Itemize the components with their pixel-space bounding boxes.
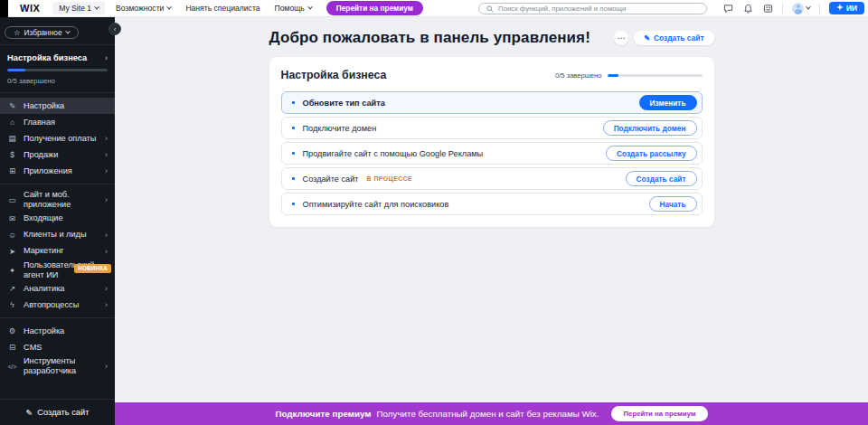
sidebar-item-dev-tools[interactable]: </> Инструменты разработчика ›: [0, 355, 115, 377]
ai-assistant-button[interactable]: ИИ: [829, 2, 864, 14]
star-icon: ☆: [14, 28, 20, 37]
home-icon: ⌂: [7, 118, 17, 127]
premium-banner-text: Получите бесплатный домен и сайт без рек…: [377, 409, 599, 419]
more-actions-button[interactable]: ⋯: [614, 31, 628, 45]
sidebar-item-settings[interactable]: ⚙ Настройка: [0, 323, 115, 339]
chevron-right-icon: ›: [105, 231, 108, 240]
invoice-icon: ▤: [7, 134, 17, 143]
lightning-icon: ϟ: [7, 300, 17, 309]
task-create-site[interactable]: Создайте сайт В ПРОЦЕССЕ Создать сайт: [281, 167, 703, 190]
database-icon: ⊟: [7, 343, 17, 352]
gear-icon: ⚙: [7, 326, 17, 335]
search-icon: [486, 0, 494, 16]
setup-progress-bar: [7, 69, 108, 71]
bullet-icon: [292, 177, 295, 180]
notifications-bell-icon[interactable]: [743, 4, 753, 14]
code-icon: </>: [7, 364, 17, 370]
sidebar: ☆ Избранное ‹ Настройка бизнеса › 0/5 за…: [0, 17, 115, 425]
sidebar-item-cms[interactable]: ⊟ CMS: [0, 339, 115, 355]
search-input[interactable]: [498, 5, 699, 13]
task-start-button[interactable]: Начать: [649, 196, 697, 212]
page-title: Добро пожаловать в панель управления!: [269, 29, 590, 47]
pencil-icon: ✎: [644, 33, 650, 42]
sidebar-item-ai-agent[interactable]: ✦ Пользовательский агент ИИ НОВИНКА: [0, 260, 115, 281]
hire-professional-label: Нанять специалиста: [185, 4, 259, 13]
task-seo-optimize[interactable]: Оптимизируйте сайт для поисковиков Начат…: [281, 193, 703, 215]
sparkle-icon: [836, 4, 844, 13]
create-site-button[interactable]: ✎ Создать сайт: [634, 31, 713, 45]
task-update-site-type[interactable]: Обновите тип сайта Изменить: [281, 91, 703, 114]
chevron-down-icon: [65, 29, 71, 34]
sidebar-item-site-mobile-app[interactable]: ▭ Сайт и моб. приложение ›: [0, 189, 115, 211]
sidebar-item-marketing[interactable]: ➤ Маркетинг ›: [0, 243, 115, 260]
chevron-down-icon: [307, 5, 313, 10]
premium-banner: Подключите премиум Получите бесплатный д…: [115, 402, 868, 425]
sidebar-item-analytics[interactable]: ↗ Аналитика ›: [0, 280, 115, 297]
task-change-button[interactable]: Изменить: [639, 95, 697, 110]
chevron-right-icon: ›: [105, 195, 108, 204]
business-setup-card: Настройка бизнеса 0/5 завершено Обновите…: [269, 57, 714, 227]
chevron-right-icon: ›: [105, 284, 108, 293]
new-badge: НОВИНКА: [74, 264, 111, 273]
sidebar-item-sales[interactable]: $ Продажи ›: [0, 146, 115, 163]
sidebar-item-apps[interactable]: ⊞ Приложения ›: [0, 163, 115, 179]
task-create-campaign-button[interactable]: Создать рассылку: [606, 146, 696, 161]
divider: [0, 184, 115, 184]
sidebar-item-automations[interactable]: ϟ Автопроцессы ›: [0, 297, 115, 313]
sidebar-item-setup[interactable]: ✎ Настройка: [0, 98, 115, 114]
help-menu[interactable]: Помощь: [275, 4, 312, 13]
in-progress-badge: В ПРОЦЕССЕ: [367, 175, 413, 182]
task-connect-domain[interactable]: Подключите домен Подключить домен: [281, 117, 703, 139]
quick-actions-icon[interactable]: [763, 4, 773, 14]
task-connect-domain-button[interactable]: Подключить домен: [603, 120, 697, 136]
sidebar-create-site-button[interactable]: ✎ Создать сайт: [0, 399, 115, 425]
chevron-right-icon: ›: [105, 166, 108, 175]
create-site-label: Создать сайт: [654, 33, 703, 42]
site-selector-label: My Site 1: [59, 4, 91, 13]
chevron-down-icon: [94, 5, 99, 10]
site-selector[interactable]: My Site 1: [52, 2, 105, 14]
help-menu-label: Помощь: [275, 4, 305, 13]
sidebar-item-contacts-leads[interactable]: ☺ Клиенты и лиды ›: [0, 227, 115, 243]
sidebar-menu: ✎ Настройка ⌂ Главная ▤ Получение оплаты…: [0, 93, 115, 382]
business-setup-progress[interactable]: Настройка бизнеса › 0/5 завершено: [0, 45, 115, 93]
top-bar: WIX My Site 1 Возможности Нанять специал…: [0, 0, 868, 17]
favorites-dropdown[interactable]: ☆ Избранное: [5, 26, 79, 39]
sidebar-item-home[interactable]: ⌂ Главная: [0, 114, 115, 130]
sidebar-collapse-button[interactable]: ‹: [108, 23, 121, 35]
apps-grid-icon: ⊞: [7, 166, 17, 175]
bullet-icon: [292, 127, 295, 129]
bullet-icon: [292, 152, 295, 155]
sidebar-item-payments[interactable]: ▤ Получение оплаты ›: [0, 130, 115, 146]
sidebar-item-inbox[interactable]: ✉ Входящие: [0, 211, 115, 227]
task-create-site-button[interactable]: Создать сайт: [626, 171, 697, 186]
chevron-right-icon: ›: [105, 247, 108, 256]
card-progress-label: 0/5 завершено: [555, 71, 602, 80]
go-premium-button[interactable]: Перейти на премиум: [611, 406, 707, 421]
megaphone-icon: ➤: [7, 247, 17, 256]
bullet-icon: [292, 101, 295, 104]
premium-banner-title: Подключите премиум: [275, 409, 371, 419]
wix-logo[interactable]: WIX: [20, 3, 40, 14]
hire-professional-link[interactable]: Нанять специалиста: [185, 4, 259, 13]
bullet-icon: [292, 203, 295, 205]
dollar-icon: $: [7, 150, 17, 159]
search-box[interactable]: [478, 3, 707, 14]
setup-task-list: Обновите тип сайта Изменить Подключите д…: [281, 91, 703, 215]
setup-title: Настройка бизнеса: [7, 53, 87, 62]
setup-progress-label: 0/5 завершено: [7, 77, 108, 85]
card-title: Настройка бизнеса: [281, 69, 387, 81]
inbox-icon: ✉: [7, 214, 17, 223]
avatar: [792, 3, 804, 14]
chat-icon[interactable]: [723, 4, 733, 14]
account-menu[interactable]: [792, 3, 810, 14]
task-google-ads[interactable]: Продвигайте сайт с помощью Google Реклам…: [281, 142, 703, 165]
sparkle-icon: ✦: [7, 266, 17, 275]
features-menu[interactable]: Возможности: [116, 4, 171, 13]
chart-icon: ↗: [7, 284, 17, 293]
divider: [0, 317, 115, 318]
devices-icon: ▭: [7, 195, 17, 204]
features-menu-label: Возможности: [116, 4, 164, 13]
divider: [819, 4, 820, 14]
upgrade-premium-button[interactable]: Перейти на премиум: [326, 1, 423, 15]
